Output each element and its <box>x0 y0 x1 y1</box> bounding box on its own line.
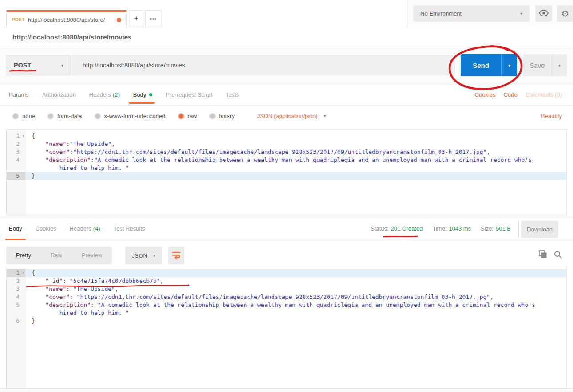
code-line-4[interactable]: 4 "cover": "https://cdn1.thr.com/sites/d… <box>7 293 566 301</box>
wrap-lines-button[interactable] <box>168 247 184 264</box>
new-tab-button[interactable]: + <box>129 10 143 27</box>
code-line-2[interactable]: 2 "_id": "5c4e715fa74c07dbbb6ecb7b", <box>7 277 566 285</box>
link-code[interactable]: Code <box>504 91 518 98</box>
environment-selector-label: No Environment <box>420 10 462 17</box>
request-body-editor[interactable]: 1▾{2 "name":"The Upside",3 "cover":"http… <box>6 129 567 215</box>
request-tab[interactable]: POST http://localhost:8080/api/store/ <box>6 10 127 27</box>
response-toolbar: PrettyRawPreview JSON ▾ <box>0 240 573 265</box>
tab-options-button[interactable]: ••• <box>145 10 162 27</box>
radio-label: binary <box>219 113 235 119</box>
chevron-down-icon: ▾ <box>324 114 326 118</box>
tab-tests[interactable]: Tests <box>225 84 239 105</box>
link-comments-0[interactable]: Comments (0) <box>526 91 562 98</box>
word-wrap-icon <box>171 251 181 261</box>
chevron-down-icon: ▾ <box>520 11 522 16</box>
content-type-dropdown[interactable]: JSON (application/json) ▾ <box>257 113 326 119</box>
code-text: "_id": "5c4e715fa74c07dbbb6ecb7b", <box>25 277 566 285</box>
fold-arrow-icon[interactable]: ▾ <box>22 132 24 140</box>
code-text: "description":"A comedic look at the rel… <box>25 156 566 172</box>
body-type-form-data[interactable]: form-data <box>47 113 82 119</box>
beautify-link[interactable]: Beautify <box>541 113 562 119</box>
body-type-none[interactable]: none <box>12 113 35 119</box>
radio-icon <box>12 113 19 119</box>
response-tab-cookies[interactable]: Cookies <box>36 217 56 240</box>
response-tab-headers[interactable]: Headers(4) <box>70 217 100 240</box>
tab-method-badge: POST <box>12 17 25 22</box>
view-preview[interactable]: Preview <box>72 247 112 264</box>
header-bar: POST http://localhost:8080/api/store/ + … <box>0 0 573 27</box>
tab-body[interactable]: Body <box>133 84 153 105</box>
response-tab-body[interactable]: Body <box>9 217 22 240</box>
tab-label: Cookies <box>36 225 56 232</box>
body-type-options: noneform-datax-www-form-urlencodedrawbin… <box>12 113 247 119</box>
code-text: } <box>25 317 566 325</box>
request-body-code: 1▾{2 "name":"The Upside",3 "cover":"http… <box>7 130 566 180</box>
tab-label: Authorization <box>42 91 76 98</box>
response-tab-test-results[interactable]: Test Results <box>114 217 145 240</box>
search-icon[interactable] <box>554 251 562 259</box>
code-line-5[interactable]: 5 "description": "A comedic look at the … <box>7 301 566 317</box>
radio-label: none <box>22 113 35 119</box>
line-number: 3 <box>7 285 25 293</box>
environment-selector[interactable]: No Environment ▾ <box>413 5 530 22</box>
code-text: } <box>25 172 566 180</box>
code-text: { <box>25 269 566 277</box>
body-set-dot-icon <box>149 93 152 96</box>
line-number: 4 <box>7 293 25 301</box>
response-body-editor[interactable]: 1▾{2 "_id": "5c4e715fa74c07dbbb6ecb7b",3… <box>6 267 567 388</box>
tab-label: Test Results <box>114 225 145 232</box>
code-line-1[interactable]: 1▾{ <box>7 269 566 277</box>
view-raw[interactable]: Raw <box>41 247 72 264</box>
tab-headers[interactable]: Headers(2) <box>89 84 120 105</box>
link-cookies[interactable]: Cookies <box>475 91 496 98</box>
code-line-6[interactable]: 6} <box>7 317 566 325</box>
save-button-label: Save <box>523 62 552 69</box>
body-type-bar: noneform-datax-www-form-urlencodedrawbin… <box>0 106 573 126</box>
method-dropdown[interactable]: POST ▾ <box>6 55 71 75</box>
tab-label: Body <box>9 225 22 232</box>
send-button[interactable]: Send ▾ <box>461 54 517 76</box>
radio-label: x-www-form-urlencoded <box>104 113 166 119</box>
tab-count-badge: (4) <box>93 225 100 232</box>
code-line-1[interactable]: 1▾{ <box>7 132 566 140</box>
response-format-dropdown[interactable]: JSON ▾ <box>125 247 162 264</box>
radio-label: raw <box>188 113 197 119</box>
status-pair: Status: 201 Created <box>371 225 423 232</box>
line-number: 1▾ <box>7 132 25 140</box>
response-body-code: 1▾{2 "_id": "5c4e715fa74c07dbbb6ecb7b",3… <box>7 267 566 325</box>
environment-quick-look-button[interactable] <box>535 5 552 22</box>
send-options-caret[interactable]: ▾ <box>501 54 517 76</box>
code-line-5[interactable]: 5} <box>7 172 566 180</box>
request-url-bar: POST ▾ Send ▾ Save ▾ <box>0 47 573 84</box>
tab-params[interactable]: Params <box>9 84 29 105</box>
code-line-2[interactable]: 2 "name":"The Upside", <box>7 140 566 148</box>
save-button[interactable]: Save ▾ <box>523 54 567 76</box>
body-type-x-www-form-urlencoded[interactable]: x-www-form-urlencoded <box>95 113 166 119</box>
tab-label: Params <box>9 91 29 98</box>
copy-icon[interactable] <box>539 250 547 259</box>
code-line-3[interactable]: 3 "cover":"https://cdn1.thr.com/sites/de… <box>7 148 566 156</box>
tab-pre-request-script[interactable]: Pre-request Script <box>166 84 212 105</box>
view-pretty[interactable]: Pretty <box>6 247 41 264</box>
fold-arrow-icon[interactable]: ▾ <box>22 269 24 277</box>
download-button[interactable]: Download <box>521 221 558 238</box>
code-line-3[interactable]: 3 "name": "The Upside", <box>7 285 566 293</box>
code-text: "cover":"https://cdn1.thr.com/sites/defa… <box>25 148 566 156</box>
response-tools <box>539 250 562 259</box>
body-type-binary[interactable]: binary <box>209 113 235 119</box>
line-number: 5 <box>7 301 25 317</box>
radio-icon <box>95 113 101 119</box>
code-line-4[interactable]: 4 "description":"A comedic look at the r… <box>7 156 566 172</box>
settings-button[interactable]: ⚙ <box>557 5 573 22</box>
postman-app: POST http://localhost:8080/api/store/ + … <box>0 0 573 392</box>
line-number: 5 <box>7 172 25 180</box>
body-type-raw[interactable]: raw <box>178 113 197 119</box>
request-title-row: http://localhost:8080/api/store/movies <box>0 27 573 47</box>
code-text: { <box>25 132 566 140</box>
tab-count-badge: (2) <box>113 91 120 98</box>
url-input[interactable] <box>71 55 455 75</box>
tab-authorization[interactable]: Authorization <box>42 84 76 105</box>
method-dropdown-label: POST <box>14 62 31 69</box>
time-pair: Time: 1043 ms <box>432 225 471 232</box>
save-options-caret[interactable]: ▾ <box>552 54 567 76</box>
